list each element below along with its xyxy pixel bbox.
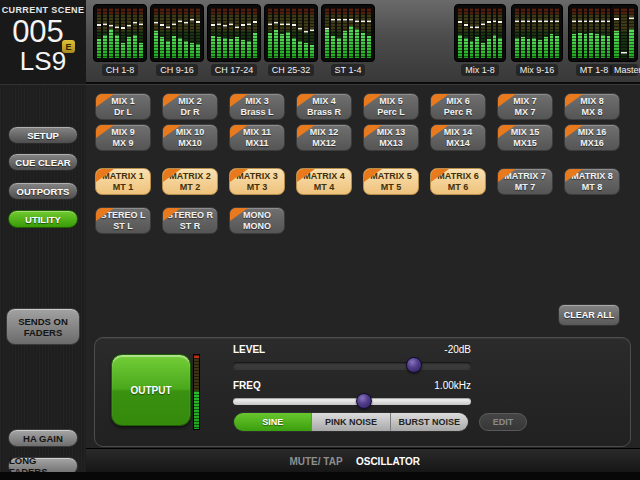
sends-on-faders-button[interactable]: SENDS ON FADERS [6,308,80,345]
bus-title: MIX 11 [243,127,271,138]
sidebar-button-cue-clear[interactable]: CUE CLEAR [8,153,78,171]
meter-bar [550,8,554,58]
bus-title: MIX 1 [111,96,135,107]
bus-button-matrix-8[interactable]: MATRIX 8MT 8 [564,168,620,195]
bus-button-mix-13[interactable]: MIX 13MX13 [363,124,419,151]
bus-button-mix-11[interactable]: MIX 11MX11 [229,124,285,151]
sidebar-button-utility[interactable]: UTILITY [8,210,78,228]
meter-bar [464,8,468,58]
meter-group-ch-17-24[interactable]: CH 17-24 [207,4,261,76]
meter-bar [286,8,290,58]
meter-bar [493,8,497,58]
meter-group-ch-1-8[interactable]: CH 1-8 [93,4,147,76]
meter-bar [223,8,227,58]
bus-button-mix-14[interactable]: MIX 14MX14 [430,124,486,151]
bus-button-mix-5[interactable]: MIX 5Perc L [363,93,419,120]
waveform-button-pink-noise[interactable]: PINK NOISE [311,413,389,431]
meter-bar [367,8,371,58]
meter-bar [160,8,164,58]
clear-all-button[interactable]: CLEAR ALL [558,304,620,326]
waveform-button-burst-noise[interactable]: BURST NOISE [390,413,468,431]
meter-bar [555,8,559,58]
bus-title: MIX 3 [245,96,269,107]
bus-button-mix-8[interactable]: MIX 8MX 8 [564,93,620,120]
bus-title: MIX 13 [377,127,406,138]
bus-button-mix-9[interactable]: MIX 9MX 9 [95,124,151,151]
bus-title: MIX 4 [312,96,336,107]
bus-button-stereo-r[interactable]: STEREO RST R [162,207,218,234]
bus-name: Brass R [307,107,341,118]
meter-group-st-1-4[interactable]: ST 1-4 [321,4,375,76]
bottom-tab-oscillator[interactable]: OSCILLATOR [348,449,428,473]
bus-title: MONO [243,210,271,221]
bus-button-matrix-5[interactable]: MATRIX 5MT 5 [363,168,419,195]
bus-button-matrix-1[interactable]: MATRIX 1MT 1 [95,168,151,195]
bus-button-mix-6[interactable]: MIX 6Perc R [430,93,486,120]
scene-edit-flag-badge: E [62,40,75,53]
meter-group-master[interactable]: Master [610,4,638,76]
meter-group-label: CH 1-8 [102,64,139,76]
bus-name: MX12 [312,138,336,149]
oscillator-output-button[interactable]: OUTPUT [111,354,191,426]
bus-button-mix-1[interactable]: MIX 1Dr L [95,93,151,120]
edit-button[interactable]: EDIT [479,413,527,431]
meter-group-label: ST 1-4 [331,64,366,76]
bus-button-mix-2[interactable]: MIX 2Dr R [162,93,218,120]
freq-slider-knob[interactable] [356,393,372,409]
bus-button-mix-16[interactable]: MIX 16MX16 [564,124,620,151]
bus-button-matrix-2[interactable]: MATRIX 2MT 2 [162,168,218,195]
meter-block [454,4,506,62]
bus-button-matrix-7[interactable]: MATRIX 7MT 7 [497,168,553,195]
freq-slider[interactable] [233,398,471,405]
level-slider[interactable] [233,362,471,369]
meter-group-mix-9-16[interactable]: Mix 9-16 [511,4,563,76]
bus-button-mix-4[interactable]: MIX 4Brass R [296,93,352,120]
bus-name: ST R [180,221,201,232]
bottom-edge-strip [0,472,640,480]
bus-button-stereo-l[interactable]: STEREO LST L [95,207,151,234]
meter-bridge: CH 1-8CH 9-16CH 17-24CH 25-32ST 1-4Mix 1… [86,0,640,84]
meter-block [264,4,318,62]
meter-group-mix-1-8[interactable]: Mix 1-8 [454,4,506,76]
meter-block [93,4,147,62]
bus-name: MT 7 [515,182,536,193]
bus-title: MIX 7 [513,96,537,107]
bus-button-matrix-4[interactable]: MATRIX 4MT 4 [296,168,352,195]
meter-bar [172,8,176,58]
sidebar-button-setup[interactable]: SETUP [8,126,78,144]
meter-bar [544,8,548,58]
sidebar-button-outports[interactable]: OUTPORTS [8,182,78,200]
meter-block [610,4,638,62]
meter-bar [521,8,525,58]
meter-bar [487,8,491,58]
bus-name: MX16 [580,138,604,149]
bus-button-mix-10[interactable]: MIX 10MX10 [162,124,218,151]
bus-button-matrix-6[interactable]: MATRIX 6MT 6 [430,168,486,195]
bus-name: MX13 [379,138,403,149]
bus-name: Perc L [377,107,405,118]
bus-button-mix-15[interactable]: MIX 15MX15 [497,124,553,151]
bus-button-matrix-3[interactable]: MATRIX 3MT 3 [229,168,285,195]
bus-button-mix-3[interactable]: MIX 3Brass L [229,93,285,120]
bus-title: MIX 12 [310,127,339,138]
bus-button-mono[interactable]: MONOMONO [229,207,285,234]
meter-bar [103,8,107,58]
bus-button-mix-7[interactable]: MIX 7MX 7 [497,93,553,120]
meter-group-ch-25-32[interactable]: CH 25-32 [264,4,318,76]
meter-bar [97,8,101,58]
meter-bar [331,8,335,58]
meter-bar [527,8,531,58]
sidebar: SENDS ON FADERS HA GAIN LONG FADERS SETU… [0,84,86,480]
ha-gain-button[interactable]: HA GAIN [8,429,78,447]
meter-bar [572,8,576,58]
meter-block [150,4,204,62]
meter-block [511,4,563,62]
bus-title: MIX 10 [176,127,205,138]
bus-button-mix-12[interactable]: MIX 12MX12 [296,124,352,151]
meter-group-label: Master [610,64,638,76]
level-slider-knob[interactable] [406,357,422,373]
waveform-button-sine[interactable]: SINE [234,413,311,431]
meter-bar [139,8,143,58]
meter-group-ch-9-16[interactable]: CH 9-16 [150,4,204,76]
meter-bar [498,8,502,58]
